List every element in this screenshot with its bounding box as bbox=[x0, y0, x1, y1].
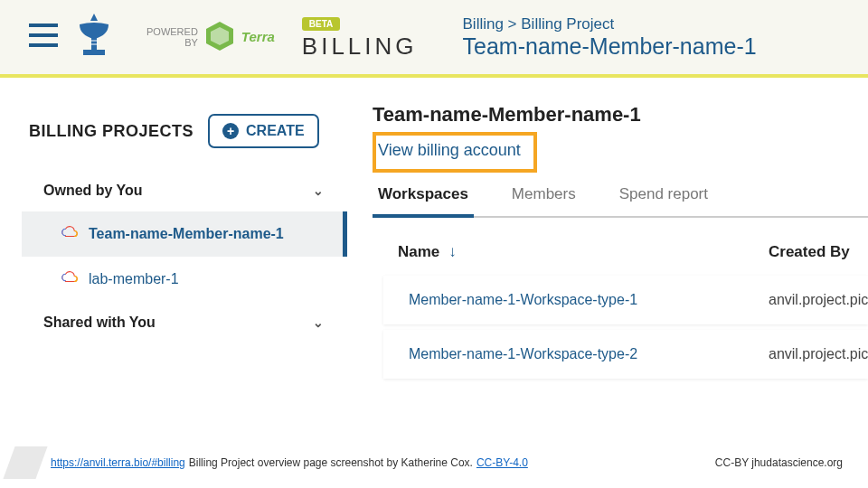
beta-badge: BETA bbox=[302, 17, 340, 31]
project-item[interactable]: lab-member-1 bbox=[22, 257, 347, 302]
svg-rect-1 bbox=[83, 50, 105, 55]
section-owned[interactable]: Owned by You ⌄ bbox=[22, 170, 347, 211]
footer-caption: Billing Project overview page screenshot… bbox=[189, 456, 473, 469]
table-header: Name ↓ Created By bbox=[373, 218, 868, 276]
section-owned-label: Owned by You bbox=[43, 183, 143, 199]
workspace-row[interactable]: Member-name-1-Workspace-type-2 anvil.pro… bbox=[383, 330, 868, 379]
chevron-down-icon: ⌄ bbox=[313, 315, 324, 330]
section-shared-label: Shared with You bbox=[43, 314, 156, 331]
breadcrumb: Billing > Billing Project Team-name-Memb… bbox=[463, 15, 757, 60]
footer-left: https://anvil.terra.bio/#billing Billing… bbox=[9, 446, 528, 479]
sidebar-title: BILLING PROJECTS bbox=[29, 122, 193, 141]
col-name-label: Name bbox=[398, 243, 439, 261]
footer-decoration-icon bbox=[3, 446, 47, 479]
anvil-logo-icon[interactable] bbox=[74, 12, 114, 62]
top-bar: POWERED BY Terra BETA BILLING Billing > … bbox=[0, 0, 868, 78]
workspace-creator: anvil.project.pic bbox=[769, 346, 868, 362]
top-bar-left: POWERED BY Terra BETA BILLING bbox=[29, 12, 418, 62]
powered-line2: BY bbox=[146, 37, 198, 48]
breadcrumb-current: Team-name-Member-name-1 bbox=[463, 33, 757, 60]
terra-label: Terra bbox=[241, 30, 275, 45]
create-label: CREATE bbox=[246, 123, 305, 139]
footer: https://anvil.terra.bio/#billing Billing… bbox=[0, 446, 868, 479]
hamburger-icon[interactable] bbox=[29, 23, 58, 51]
workspace-name: Member-name-1-Workspace-type-2 bbox=[409, 346, 769, 362]
license-link[interactable]: CC-BY-4.0 bbox=[476, 456, 528, 469]
source-url-link[interactable]: https://anvil.terra.bio/#billing bbox=[51, 456, 185, 469]
title-block: BETA BILLING bbox=[302, 14, 418, 61]
project-label: lab-member-1 bbox=[89, 271, 179, 287]
tab-spend[interactable]: Spend report bbox=[614, 185, 713, 216]
powered-line1: POWERED bbox=[146, 26, 198, 37]
powered-by: POWERED BY Terra bbox=[146, 20, 275, 54]
chevron-down-icon: ⌄ bbox=[313, 183, 324, 198]
body: BILLING PROJECTS + CREATE Owned by You ⌄… bbox=[0, 78, 868, 421]
plus-icon: + bbox=[222, 123, 239, 139]
highlight-box: View billing account bbox=[373, 132, 537, 173]
project-title: Team-name-Member-name-1 bbox=[373, 103, 868, 127]
create-button[interactable]: + CREATE bbox=[208, 114, 319, 148]
workspace-name: Member-name-1-Workspace-type-1 bbox=[409, 292, 769, 308]
sidebar: BILLING PROJECTS + CREATE Owned by You ⌄… bbox=[0, 78, 347, 421]
tab-workspaces[interactable]: Workspaces bbox=[373, 185, 474, 218]
tabs: Workspaces Members Spend report bbox=[373, 185, 868, 218]
col-name[interactable]: Name ↓ bbox=[398, 243, 769, 261]
workspace-creator: anvil.project.pic bbox=[769, 292, 868, 308]
workspace-row[interactable]: Member-name-1-Workspace-type-1 anvil.pro… bbox=[383, 276, 868, 324]
footer-attribution: CC-BY jhudatascience.org bbox=[715, 456, 843, 469]
view-billing-link[interactable]: View billing account bbox=[376, 141, 521, 159]
col-created-by[interactable]: Created By bbox=[769, 243, 868, 261]
project-item-selected[interactable]: Team-name-Member-name-1 bbox=[22, 211, 347, 257]
google-cloud-icon bbox=[61, 269, 78, 289]
tab-members[interactable]: Members bbox=[506, 185, 581, 216]
page-section-title: BILLING bbox=[302, 33, 418, 61]
sidebar-head: BILLING PROJECTS + CREATE bbox=[22, 114, 347, 170]
project-label: Team-name-Member-name-1 bbox=[89, 226, 284, 242]
terra-logo-icon bbox=[203, 20, 236, 54]
breadcrumb-path[interactable]: Billing > Billing Project bbox=[463, 15, 757, 33]
google-cloud-icon bbox=[61, 224, 78, 244]
section-shared[interactable]: Shared with You ⌄ bbox=[22, 302, 347, 343]
svg-rect-0 bbox=[91, 37, 97, 50]
main-panel: Team-name-Member-name-1 View billing acc… bbox=[347, 78, 868, 421]
sort-down-icon: ↓ bbox=[448, 243, 457, 261]
